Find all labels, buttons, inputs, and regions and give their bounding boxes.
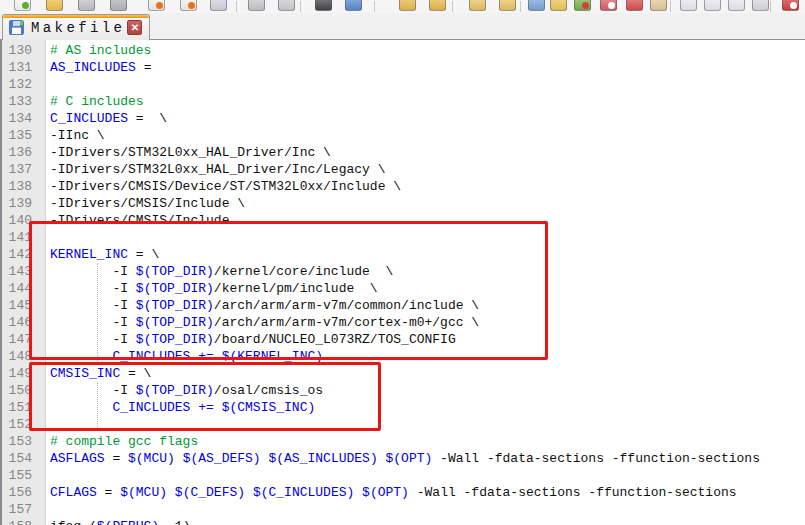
line-number[interactable]: 141 bbox=[2, 229, 45, 246]
code-line[interactable]: -I $(TOP_DIR)/board/NUCLEO_L073RZ/TOS_CO… bbox=[46, 331, 805, 348]
zoom-in-icon[interactable] bbox=[469, 0, 486, 11]
line-number[interactable]: 144 bbox=[2, 280, 45, 297]
code-line[interactable]: -IInc \ bbox=[46, 127, 805, 144]
view-window-4-icon[interactable] bbox=[752, 0, 769, 11]
code-line[interactable]: -I $(TOP_DIR)/arch/arm/arm-v7m/common/in… bbox=[46, 297, 805, 314]
line-number[interactable]: 133 bbox=[2, 93, 45, 110]
doc-map-icon[interactable] bbox=[550, 0, 567, 11]
code-line[interactable]: C_INCLUDES += $(CMSIS_INC) bbox=[46, 399, 805, 416]
tab-title: Makefile bbox=[31, 20, 125, 36]
undo-icon[interactable] bbox=[399, 0, 416, 11]
code-line[interactable]: -I $(TOP_DIR)/kernel/pm/include \ bbox=[46, 280, 805, 297]
record-macro-icon[interactable] bbox=[626, 0, 643, 11]
code-line[interactable]: -IDrivers/STM32L0xx_HAL_Driver/Inc/Legac… bbox=[46, 161, 805, 178]
line-number[interactable]: 134 bbox=[2, 110, 45, 127]
code-segment-pln: /arch/arm/arm-v7m/cortex-m0+/gcc \ bbox=[214, 315, 479, 330]
code-line[interactable]: -I $(TOP_DIR)/arch/arm/arm-v7m/cortex-m0… bbox=[46, 314, 805, 331]
line-number[interactable]: 146 bbox=[2, 314, 45, 331]
line-number[interactable]: 154 bbox=[2, 450, 45, 467]
code-line[interactable]: ASFLAGS = $(MCU) $(AS_DEFS) $(AS_INCLUDE… bbox=[46, 450, 805, 467]
line-number[interactable]: 147 bbox=[2, 331, 45, 348]
close-file-icon[interactable] bbox=[148, 0, 165, 11]
line-number[interactable]: 155 bbox=[2, 467, 45, 484]
code-line[interactable]: # C includes bbox=[46, 93, 805, 110]
line-number[interactable]: 130 bbox=[2, 42, 45, 59]
save-all-icon[interactable] bbox=[110, 0, 127, 11]
line-number[interactable]: 140 bbox=[2, 212, 45, 229]
line-number[interactable]: 143 bbox=[2, 263, 45, 280]
line-number[interactable]: 156 bbox=[2, 484, 45, 501]
cut-icon[interactable] bbox=[248, 0, 265, 11]
code-segment-var: $(DEBUG) bbox=[97, 519, 159, 525]
line-number[interactable]: 153 bbox=[2, 433, 45, 450]
code-line[interactable] bbox=[46, 501, 805, 518]
line-number[interactable]: 149 bbox=[2, 365, 45, 382]
code-segment-var: C_INCLUDES += $(CMSIS_INC) bbox=[50, 400, 315, 415]
code-line[interactable]: -IDrivers/STM32L0xx_HAL_Driver/Inc \ bbox=[46, 144, 805, 161]
code-line[interactable]: KERNEL_INC = \ bbox=[46, 246, 805, 263]
line-number[interactable]: 135 bbox=[2, 127, 45, 144]
code-line[interactable] bbox=[46, 229, 805, 246]
code-line[interactable]: -I $(TOP_DIR)/osal/cmsis_os bbox=[46, 382, 805, 399]
new-file-icon[interactable] bbox=[14, 0, 31, 11]
code-editor[interactable]: 1301311321331341351361371381391401411421… bbox=[0, 40, 805, 525]
code-line[interactable] bbox=[46, 467, 805, 484]
line-number[interactable]: 136 bbox=[2, 144, 45, 161]
line-number[interactable]: 142 bbox=[2, 246, 45, 263]
code-line[interactable]: -IDrivers/CMSIS/Include \ bbox=[46, 195, 805, 212]
plugin-icon[interactable] bbox=[782, 0, 799, 11]
sync-scroll-icon[interactable] bbox=[528, 0, 545, 11]
code-segment-pln: = bbox=[105, 451, 128, 466]
tab-makefile[interactable]: Makefile ✕ bbox=[2, 14, 150, 40]
line-number[interactable]: 152 bbox=[2, 416, 45, 433]
line-number[interactable]: 139 bbox=[2, 195, 45, 212]
line-number[interactable]: 131 bbox=[2, 59, 45, 76]
function-list-icon[interactable] bbox=[574, 0, 591, 11]
code-line[interactable]: -IDrivers/CMSIS/Device/ST/STM32L0xx/Incl… bbox=[46, 178, 805, 195]
code-line[interactable]: AS_INCLUDES = bbox=[46, 59, 805, 76]
code-line[interactable]: # compile gcc flags bbox=[46, 433, 805, 450]
open-folder-icon[interactable] bbox=[46, 0, 63, 11]
line-number[interactable]: 145 bbox=[2, 297, 45, 314]
code-segment-var: C_INCLUDES += $(KERNEL_INC) bbox=[50, 349, 323, 364]
line-number[interactable]: 137 bbox=[2, 161, 45, 178]
line-number[interactable]: 158 bbox=[2, 518, 45, 525]
redo-icon[interactable] bbox=[429, 0, 446, 11]
view-window-1-icon[interactable] bbox=[680, 0, 697, 11]
code-segment-com: # AS includes bbox=[50, 43, 151, 58]
close-tab-icon[interactable]: ✕ bbox=[127, 20, 142, 35]
copy-icon[interactable] bbox=[278, 0, 295, 11]
line-number[interactable]: 150 bbox=[2, 382, 45, 399]
code-area[interactable]: # AS includesAS_INCLUDES =# C includesC_… bbox=[46, 40, 805, 525]
line-number[interactable]: 138 bbox=[2, 178, 45, 195]
code-segment-pln bbox=[378, 451, 386, 466]
code-line[interactable]: -IDrivers/CMSIS/Include bbox=[46, 212, 805, 229]
line-number[interactable]: 157 bbox=[2, 501, 45, 518]
code-segment-pln: , 1) bbox=[159, 519, 190, 525]
code-line[interactable] bbox=[46, 76, 805, 93]
zoom-out-icon[interactable] bbox=[499, 0, 516, 11]
find-icon[interactable] bbox=[315, 0, 332, 11]
code-segment-var: ASFLAGS bbox=[50, 451, 105, 466]
code-line[interactable]: CFLAGS = $(MCU) $(C_DEFS) $(C_INCLUDES) … bbox=[46, 484, 805, 501]
code-line[interactable]: C_INCLUDES = \ bbox=[46, 110, 805, 127]
monitoring-icon[interactable] bbox=[600, 0, 617, 11]
print-icon[interactable] bbox=[210, 0, 227, 11]
code-line[interactable]: -I $(TOP_DIR)/kernel/core/include \ bbox=[46, 263, 805, 280]
code-segment-pln: = \ bbox=[120, 366, 151, 381]
close-all-icon[interactable] bbox=[180, 0, 197, 11]
replace-icon[interactable] bbox=[345, 0, 362, 11]
code-line[interactable]: C_INCLUDES += $(KERNEL_INC) bbox=[46, 348, 805, 365]
code-line[interactable]: ifeq ($(DEBUG), 1) bbox=[46, 518, 805, 525]
line-number[interactable]: 132 bbox=[2, 76, 45, 93]
save-icon[interactable] bbox=[78, 0, 95, 11]
line-number[interactable]: 151 bbox=[2, 399, 45, 416]
view-window-2-icon[interactable] bbox=[704, 0, 721, 11]
code-line[interactable] bbox=[46, 416, 805, 433]
play-macro-icon[interactable] bbox=[650, 0, 667, 11]
view-window-3-icon[interactable] bbox=[728, 0, 745, 11]
code-segment-pln: -I bbox=[50, 383, 136, 398]
line-number[interactable]: 148 bbox=[2, 348, 45, 365]
code-line[interactable]: CMSIS_INC = \ bbox=[46, 365, 805, 382]
code-line[interactable]: # AS includes bbox=[46, 42, 805, 59]
